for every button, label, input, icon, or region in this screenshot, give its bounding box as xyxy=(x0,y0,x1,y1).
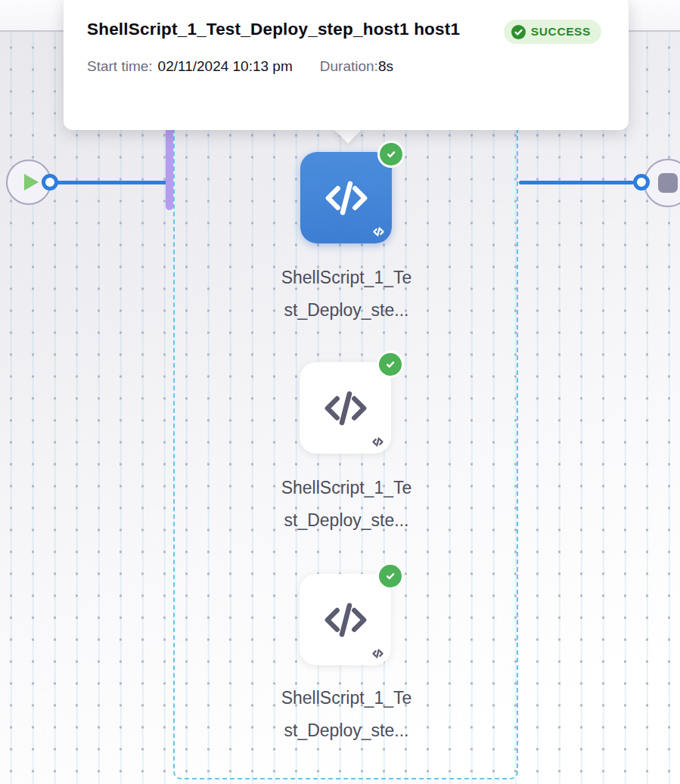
code-icon-small xyxy=(371,647,384,660)
code-icon xyxy=(321,172,372,224)
code-icon xyxy=(320,383,371,434)
step-node-3[interactable] xyxy=(300,574,391,665)
stop-icon xyxy=(658,173,678,193)
edge-line-left xyxy=(56,181,169,184)
duration-value: 8s xyxy=(378,58,393,75)
play-icon xyxy=(24,174,39,191)
graph-canvas[interactable]: ShellScript_1_Te st_Deploy_ste... ShellS… xyxy=(0,32,680,784)
success-check-icon xyxy=(380,143,402,166)
success-check-icon xyxy=(379,565,402,587)
code-icon-small xyxy=(371,435,384,448)
edge-line-right xyxy=(519,181,634,184)
step-label: ShellScript_1_Te st_Deploy_ste... xyxy=(233,262,460,327)
success-check-icon xyxy=(379,353,402,376)
stage-indicator-bar xyxy=(166,121,173,210)
tooltip-title: ShellScript_1_Test_Deploy_step_host1 hos… xyxy=(87,14,507,45)
pipeline-execution-canvas[interactable]: ShellScript_1_Te st_Deploy_ste... ShellS… xyxy=(0,0,680,784)
code-icon-small xyxy=(372,225,385,238)
step-label: ShellScript_1_Te st_Deploy_ste... xyxy=(233,472,460,537)
status-text: SUCCESS xyxy=(531,25,591,39)
check-circle-icon xyxy=(511,25,526,39)
start-link-port xyxy=(42,174,58,191)
duration-label: Duration: xyxy=(320,58,378,75)
step-tooltip: ShellScript_1_Test_Deploy_step_host1 hos… xyxy=(64,0,629,130)
end-link-port xyxy=(633,174,650,191)
tooltip-meta: Start time: 02/11/2024 10:13 pm Duration… xyxy=(87,58,601,75)
status-badge: SUCCESS xyxy=(504,20,601,44)
step-node-1[interactable] xyxy=(300,152,392,243)
code-icon xyxy=(320,594,371,646)
start-time-label: Start time: xyxy=(87,58,153,75)
start-time-value: 02/11/2024 10:13 pm xyxy=(158,58,293,75)
step-label: ShellScript_1_Te st_Deploy_ste... xyxy=(233,682,460,747)
step-node-2[interactable] xyxy=(300,362,391,454)
